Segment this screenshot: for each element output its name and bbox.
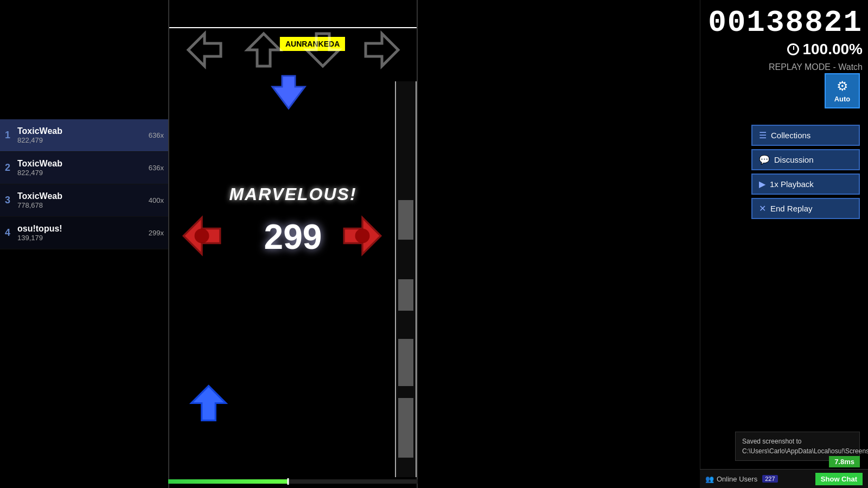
svg-marker-2 [307, 34, 339, 66]
discussion-label: Discussion [774, 155, 814, 164]
user-count: 227 [762, 475, 777, 483]
auto-label: Auto [834, 95, 851, 103]
leaderboard-row-3: 3 ToxicWeab 778,678 400x [0, 184, 168, 217]
lb-mult-4: 299x [149, 229, 168, 237]
score-panel: 00138821 100.00% REPLAY MODE - Watch ⚙ A… [700, 0, 868, 488]
rank-number-2: 2 [0, 152, 15, 184]
note-bar-1 [398, 200, 413, 240]
score-value: 00138821 [708, 5, 863, 40]
users-icon: 👥 [705, 475, 714, 483]
incoming-up-arrow [186, 380, 232, 428]
svg-marker-4 [272, 76, 305, 108]
lb-info-3: ToxicWeab 778,678 [15, 184, 149, 216]
svg-point-8 [355, 229, 370, 243]
down-receptor-arrow [301, 28, 344, 72]
lb-mult-3: 400x [149, 196, 168, 204]
note-bar-4 [398, 398, 413, 458]
playback-label: 1x Playback [770, 179, 814, 189]
rank-number-4: 4 [0, 217, 15, 249]
leaderboard: 1 ToxicWeab 822,479 636x 2 ToxicWeab 822… [0, 119, 168, 249]
lb-score-4: 139,179 [17, 234, 146, 242]
lb-mult-1: 636x [149, 131, 168, 139]
right-receptor-arrow [360, 28, 404, 72]
active-left-arrow [177, 211, 226, 262]
play-icon: ▶ [759, 179, 765, 189]
up-receptor-arrow [242, 28, 285, 72]
leaderboard-row-1: 1 ToxicWeab 822,479 636x [0, 119, 168, 152]
rank-number-1: 1 [0, 119, 15, 151]
online-users-button[interactable]: 👥 Online Users 227 [705, 475, 778, 483]
replay-mode-label: REPLAY MODE - Watch [769, 62, 863, 72]
progress-bar [168, 479, 418, 484]
svg-point-6 [195, 229, 209, 243]
collections-label: Collections [771, 131, 810, 140]
progress-indicator [287, 478, 289, 485]
accuracy-value: 100.00% [802, 41, 863, 58]
lb-score-3: 778,678 [17, 201, 146, 209]
lb-mult-2: 636x [149, 164, 168, 172]
lb-info-2: ToxicWeab 822,479 [15, 152, 149, 184]
auto-button[interactable]: ⚙ Auto [825, 73, 860, 108]
lb-info-4: osu!topus! 139,179 [15, 217, 149, 249]
discussion-icon: 💬 [759, 155, 770, 165]
svg-marker-1 [247, 34, 280, 66]
end-replay-label: End Replay [770, 204, 813, 213]
combo-display: 299 [264, 217, 322, 257]
note-bar-3 [398, 339, 413, 387]
leaderboard-row-2: 2 ToxicWeab 822,479 636x [0, 152, 168, 184]
lb-name-4: osu!topus! [17, 224, 146, 234]
svg-marker-9 [192, 386, 226, 421]
active-right-arrow [338, 211, 387, 262]
gear-icon: ⚙ [837, 79, 848, 94]
note-bar-2 [398, 279, 413, 311]
lb-name-3: ToxicWeab [17, 191, 146, 201]
game-area: AUNRANKEDA MARVELOUS! 299 [168, 0, 418, 488]
progress-fill [168, 479, 288, 484]
collections-icon: ☰ [759, 130, 767, 140]
leaderboard-row-4: 4 osu!topus! 139,179 299x [0, 217, 168, 249]
clock-icon [787, 43, 799, 55]
accuracy-row: 100.00% [787, 41, 863, 58]
show-chat-button[interactable]: Show Chat [815, 473, 863, 485]
latency-badge: 7.8ms [829, 456, 860, 467]
svg-marker-3 [366, 34, 398, 66]
playback-button[interactable]: ▶ 1x Playback [751, 174, 860, 195]
lb-score-2: 822,479 [17, 169, 146, 177]
online-users-label: Online Users [717, 475, 757, 483]
lb-info-1: ToxicWeab 822,479 [15, 119, 149, 151]
rank-number-3: 3 [0, 184, 15, 216]
svg-marker-0 [188, 34, 221, 66]
lb-score-1: 822,479 [17, 136, 146, 144]
lb-name-2: ToxicWeab [17, 159, 146, 169]
active-down-arrow [267, 70, 310, 116]
side-buttons-panel: ☰ Collections 💬 Discussion ▶ 1x Playback… [751, 125, 860, 219]
collections-button[interactable]: ☰ Collections [751, 125, 860, 146]
receptor-arrows [169, 28, 417, 72]
note-column [395, 81, 417, 477]
lb-name-1: ToxicWeab [17, 126, 146, 136]
bottom-bar: 👥 Online Users 227 Show Chat [700, 469, 868, 488]
screenshot-text: Saved screenshot to C:\Users\Carlo\AppDa… [742, 438, 868, 455]
end-replay-button[interactable]: ✕ End Replay [751, 198, 860, 219]
discussion-button[interactable]: 💬 Discussion [751, 149, 860, 170]
down-arrow-active [267, 70, 310, 114]
judgment-text: MARVELOUS! [229, 184, 356, 204]
x-icon: ✕ [759, 203, 766, 214]
left-receptor-arrow [183, 28, 226, 72]
